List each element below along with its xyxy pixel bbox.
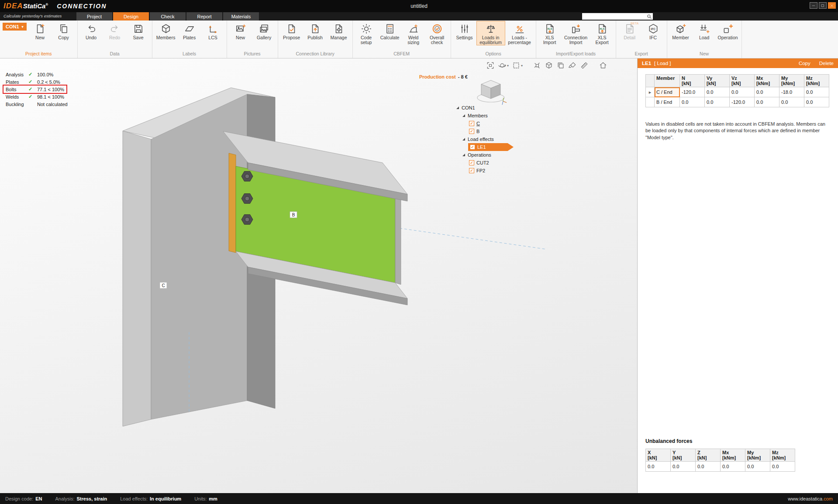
checkbox-checked-icon[interactable]: ✓	[469, 160, 474, 165]
expander-icon[interactable]	[462, 153, 466, 157]
ribbon-button-plates[interactable]: Plates	[178, 21, 201, 41]
search-box[interactable]	[582, 13, 653, 20]
force-value-cell[interactable]: 0.0	[730, 87, 755, 97]
force-value-cell[interactable]: -120.0	[680, 87, 705, 97]
ribbon-button-gallery[interactable]: Gallery	[252, 21, 276, 41]
ribbon-button-overall-check[interactable]: Overall check	[425, 21, 449, 45]
tree-node-load-effects[interactable]: Load effects	[455, 135, 521, 143]
force-value-cell[interactable]: 0.0	[680, 97, 705, 107]
ribbon-button-propose[interactable]: Propose	[280, 21, 303, 41]
member-cell[interactable]: C / End	[655, 87, 680, 97]
tree-node-le1[interactable]: ✓LE1	[468, 143, 514, 151]
ribbon-button-xls-import[interactable]: XLSXLS Import	[538, 21, 562, 45]
force-value-cell[interactable]: 0.0	[779, 97, 804, 107]
expander-icon[interactable]	[462, 114, 466, 117]
ribbon-button-load[interactable]: Load	[693, 21, 716, 41]
force-value-cell[interactable]: 0.0	[804, 97, 829, 107]
ribbon-button-xls-export[interactable]: XLSXLS Export	[590, 21, 614, 45]
member-cell[interactable]: B / End	[655, 97, 680, 107]
copy-picture-button[interactable]	[556, 60, 566, 71]
tab-check[interactable]: Check	[150, 12, 186, 21]
force-value-cell[interactable]: 0.0	[755, 97, 779, 107]
copy-load-button[interactable]: Copy	[799, 61, 810, 66]
force-value-cell[interactable]: 0.0	[804, 87, 829, 97]
search-input[interactable]	[582, 13, 647, 20]
maximize-button[interactable]	[819, 2, 827, 9]
ribbon-button-ifc[interactable]: IFCIFC	[641, 21, 665, 41]
close-button[interactable]	[828, 2, 836, 9]
fin-plate[interactable]	[229, 153, 236, 253]
ribbon-button-operation[interactable]: Operation	[716, 21, 740, 41]
ribbon-button-publish[interactable]: Publish	[303, 21, 327, 41]
bolt-group[interactable]	[241, 171, 253, 225]
ribbon-button-code-setup[interactable]: Code setup	[355, 21, 378, 45]
load-table-row[interactable]: ▸C / End-120.00.00.00.0-18.00.0	[646, 87, 829, 97]
tree-node-b[interactable]: ✓B	[455, 127, 521, 135]
clipping-box-button[interactable]: ▾	[511, 60, 523, 71]
tree-node-members[interactable]: Members	[455, 112, 521, 120]
ribbon-button-calculate[interactable]: Calculate	[378, 21, 402, 41]
delete-load-button[interactable]: Delete	[819, 61, 834, 66]
force-value-cell[interactable]: 0.0	[755, 87, 779, 97]
ribbon-button-connection-import[interactable]: Connection Import	[562, 21, 590, 45]
row-selector[interactable]	[646, 97, 655, 107]
website-link[interactable]: www.ideastatica.com	[788, 496, 833, 501]
row-selector[interactable]: ▸	[646, 87, 655, 97]
ribbon-button-copy[interactable]: Copy	[52, 21, 76, 41]
expander-icon[interactable]	[462, 137, 466, 141]
minimize-button[interactable]	[810, 2, 817, 9]
check-row-welds[interactable]: Welds ✓ 98.1 < 100%	[3, 93, 66, 100]
ribbon-button-undo[interactable]: Undo	[79, 21, 103, 41]
load-table-row[interactable]: B / End0.00.0-120.00.00.00.0	[646, 97, 829, 107]
force-value-cell[interactable]: 0.0	[705, 97, 730, 107]
beam-label-chip[interactable]: B	[290, 212, 297, 218]
ribbon-button-loads-in-equilibrium[interactable]: Loads in equilibrium	[476, 21, 505, 45]
tab-report[interactable]: Report	[186, 12, 222, 21]
ribbon-button-new[interactable]: New	[229, 21, 252, 41]
column-left-flange-face[interactable]	[123, 131, 151, 426]
tab-design[interactable]: Design	[113, 12, 149, 21]
3d-scene[interactable]: C B	[0, 70, 637, 493]
paint-results-button[interactable]	[568, 60, 577, 71]
explode-view-button[interactable]	[532, 60, 542, 71]
tree-node-fp2[interactable]: ✓FP2	[455, 167, 521, 175]
orbit-view-button[interactable]: ▾	[497, 60, 509, 71]
tree-node-con1[interactable]: CON1	[455, 104, 521, 112]
tab-project[interactable]: Project	[76, 12, 112, 21]
chevron-down-icon[interactable]: ▾	[507, 64, 509, 68]
tree-node-cut2[interactable]: ✓CUT2	[455, 159, 521, 167]
expander-icon[interactable]	[456, 106, 459, 110]
ribbon-button-detail[interactable]: BETADetail	[618, 21, 641, 41]
ribbon-button-member[interactable]: Member	[669, 21, 693, 41]
home-view-button[interactable]	[598, 60, 608, 71]
ribbon-button-settings[interactable]: Settings	[453, 21, 476, 41]
check-row-bolts[interactable]: Bolts ✓ 77.1 < 100%	[3, 86, 66, 93]
check-row-buckling[interactable]: Buckling Not calculated	[3, 100, 70, 108]
ribbon-button-new[interactable]: New	[28, 21, 52, 41]
viewport-3d[interactable]: C B Analysis ✓ 100.0% Plates ✓ 0.2 < 5.0…	[0, 58, 637, 493]
check-row-analysis[interactable]: Analysis ✓ 100.0%	[3, 71, 55, 78]
search-icon[interactable]	[647, 14, 652, 19]
beam-web-end-face[interactable]	[395, 198, 401, 285]
ribbon-button-members[interactable]: Members	[154, 21, 178, 41]
ribbon-button-manage[interactable]: Manage	[327, 21, 351, 41]
checkbox-checked-icon[interactable]: ✓	[469, 121, 474, 126]
load-effects-table[interactable]: Member N[kN]Vy[kN]Vz[kN]Mx[kNm]My[kNm]Mz…	[645, 74, 829, 107]
tab-materials[interactable]: Materials	[223, 12, 259, 21]
checkbox-checked-icon[interactable]: ✓	[469, 129, 474, 134]
force-value-cell[interactable]: 0.0	[705, 87, 730, 97]
ribbon-button-save[interactable]: Save	[127, 21, 150, 41]
measure-button[interactable]	[579, 60, 589, 71]
tree-node-c[interactable]: ✓C	[455, 120, 521, 127]
force-value-cell[interactable]: -120.0	[730, 97, 755, 107]
ribbon-button-lcs[interactable]: LCS	[201, 21, 225, 41]
checkbox-checked-icon[interactable]: ✓	[470, 144, 475, 150]
check-row-plates[interactable]: Plates ✓ 0.2 < 5.0%	[3, 78, 62, 86]
ribbon-button-loads-percentage[interactable]: Loads - percentage	[505, 21, 534, 45]
ribbon-button-redo[interactable]: Redo	[103, 21, 127, 41]
force-value-cell[interactable]: -18.0	[779, 87, 804, 97]
con1-selector[interactable]: CON1▾	[3, 23, 27, 31]
solid-view-button[interactable]	[544, 60, 554, 71]
zoom-extents-button[interactable]	[486, 60, 495, 71]
tree-node-operations[interactable]: Operations	[455, 151, 521, 159]
